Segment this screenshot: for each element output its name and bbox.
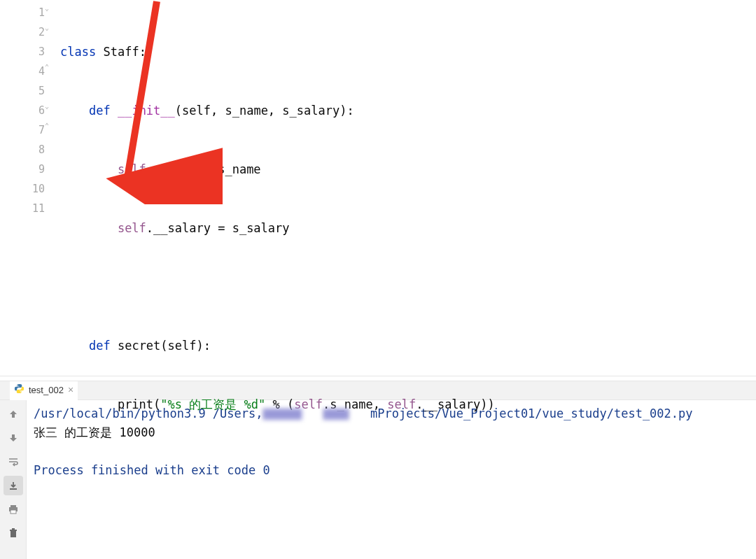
code-line[interactable] — [60, 512, 756, 532]
line-number: 7 — [0, 120, 45, 140]
line-number: 10 — [0, 179, 45, 199]
line-number: 6 — [0, 101, 45, 120]
svg-rect-4 — [10, 510, 16, 514]
gutter: 1 2 3 4 5 6 7 8 9 10 11 ⌄ ⌄ ⌃ ⌄ ⌃ — [0, 0, 55, 376]
fold-handle-icon[interactable]: ⌄ — [45, 4, 49, 12]
svg-line-1 — [127, 1, 157, 182]
code-line[interactable] — [60, 277, 756, 297]
print-icon[interactable] — [4, 500, 23, 519]
code-line[interactable]: print("%s 的工资是 %d" % (self.s_name, self.… — [60, 395, 756, 414]
trash-icon[interactable] — [4, 523, 23, 543]
up-arrow-icon[interactable] — [4, 404, 23, 424]
fold-handle-icon[interactable]: ⌄ — [45, 24, 49, 31]
scroll-to-end-icon[interactable] — [4, 476, 23, 495]
down-arrow-icon[interactable] — [4, 428, 23, 448]
svg-rect-5 — [10, 531, 16, 537]
line-number: 3 — [0, 42, 45, 62]
svg-rect-7 — [12, 528, 15, 530]
line-number: 4 — [0, 62, 45, 81]
svg-rect-2 — [10, 505, 16, 507]
fold-end-icon[interactable]: ⌃ — [45, 122, 49, 129]
code-line[interactable]: class Staff: — [60, 42, 756, 62]
line-number: 2 — [0, 22, 45, 42]
code-line[interactable]: def secret(self): — [60, 336, 756, 355]
redacted-segment — [323, 409, 349, 420]
code-line[interactable]: def __init__(self, s_name, s_salary): — [60, 101, 756, 120]
fold-end-icon[interactable]: ⌃ — [45, 63, 49, 71]
line-number: 1 — [0, 3, 45, 22]
line-number: 8 — [0, 140, 45, 160]
code-area[interactable]: class Staff: def __init__(self, s_name, … — [55, 0, 756, 376]
svg-rect-6 — [10, 530, 17, 531]
code-line[interactable]: self.s_name = s_name — [60, 160, 756, 179]
soft-wrap-icon[interactable] — [4, 452, 23, 472]
code-editor[interactable]: 1 2 3 4 5 6 7 8 9 10 11 ⌄ ⌄ ⌃ ⌄ ⌃ class … — [0, 0, 756, 376]
line-number: 9 — [0, 160, 45, 179]
code-line[interactable] — [60, 453, 756, 473]
line-number: 11 — [0, 199, 45, 218]
line-number: 5 — [0, 81, 45, 101]
run-tab-label: test_002 — [29, 385, 64, 395]
python-file-icon — [14, 383, 24, 396]
fold-handle-icon[interactable]: ⌄ — [45, 102, 49, 110]
redacted-segment — [263, 409, 302, 420]
code-line[interactable]: self.__salary = s_salary — [60, 218, 756, 238]
console-toolbar — [0, 400, 27, 559]
